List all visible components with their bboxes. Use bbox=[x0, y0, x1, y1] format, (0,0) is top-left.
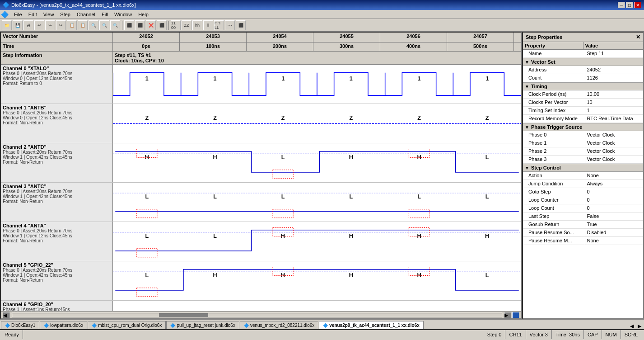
property-col-header: Property bbox=[523, 42, 583, 49]
svg-rect-21 bbox=[273, 170, 293, 179]
tab-1[interactable]: 🔷lowpattern.dio6x bbox=[40, 321, 87, 329]
tab-5[interactable]: 🔷venus2p0_tk_ac44_scantest_1_1 xx.dio6x bbox=[319, 321, 424, 329]
channel-row-3: Channel 3 "ANTC"Phase 0 | Assert:20ns Re… bbox=[1, 183, 521, 222]
menu-step[interactable]: Step bbox=[57, 11, 73, 18]
channel-label-5: Channel 5 "GPIO_22"Phase 0 | Assert:20ns… bbox=[1, 261, 113, 300]
tab-icon-3: 🔷 bbox=[170, 323, 175, 328]
waveform-area: Vector Number 24052240532405424055240562… bbox=[0, 32, 522, 319]
svg-text:Z: Z bbox=[417, 115, 421, 121]
svg-text:Z: Z bbox=[281, 115, 285, 121]
step-properties-header: Step Properties ✕ bbox=[523, 33, 643, 42]
svg-text:H: H bbox=[213, 272, 217, 279]
svg-text:L: L bbox=[145, 272, 149, 279]
tab-label-5: venus2p0_tk_ac44_scantest_1_1 xx.dio6x bbox=[329, 323, 420, 328]
toolbar-btn-20[interactable]: ll bbox=[203, 20, 213, 30]
toolbar-btn-15[interactable]: ⬛ bbox=[157, 20, 167, 30]
maximize-button[interactable]: □ bbox=[626, 2, 633, 8]
channel-row-5: Channel 5 "GPIO_22"Phase 0 | Assert:20ns… bbox=[1, 261, 521, 301]
sp-prop-3-8: Pause Resume M... bbox=[523, 237, 585, 245]
toolbar-btn-14[interactable]: ❌ bbox=[146, 20, 156, 30]
sp-row-2-0: Phase 0 Vector Clock bbox=[523, 131, 643, 139]
menu-edit[interactable]: Edit bbox=[26, 11, 40, 18]
menu-file[interactable]: File bbox=[11, 11, 25, 18]
status-scrl: SCRL bbox=[621, 330, 641, 339]
svg-rect-40 bbox=[137, 249, 157, 257]
tab-label-0: Dio6xEasy1 bbox=[11, 323, 35, 328]
svg-text:H: H bbox=[417, 272, 421, 279]
horizontal-scrollbar[interactable]: ◀ ▶ bbox=[1, 311, 521, 318]
step-properties-panel: Step Properties ✕ Property Value Name St… bbox=[522, 32, 644, 319]
minimize-button[interactable]: ─ bbox=[618, 2, 625, 8]
toolbar-btn-1[interactable]: 💾 bbox=[13, 20, 23, 30]
vector-num-3: 24055 bbox=[313, 33, 380, 42]
toolbar-btn-7[interactable]: 📋 bbox=[78, 20, 88, 30]
toolbar-btn-18[interactable]: ZZ bbox=[182, 20, 191, 30]
tab-3[interactable]: 🔷pull_up_jtag_reset junk.dio6x bbox=[166, 321, 239, 329]
toolbar-btn-22[interactable]: ~~ bbox=[225, 20, 235, 30]
sp-row-3-2: Goto Step 0 bbox=[523, 188, 643, 196]
svg-text:Z: Z bbox=[349, 115, 353, 121]
scroll-right-btn[interactable]: ▶ bbox=[504, 312, 511, 318]
scroll-thumb[interactable] bbox=[159, 313, 208, 317]
sp-row-1-1: Clocks Per Vector 10 bbox=[523, 99, 643, 107]
section-toggle-1: ▼ bbox=[525, 84, 529, 89]
tab-icon-1: 🔷 bbox=[44, 323, 49, 328]
toolbar-btn-3[interactable]: ↩ bbox=[34, 20, 44, 30]
tab-nav-right[interactable]: ▶ bbox=[636, 323, 643, 329]
svg-text:L: L bbox=[281, 194, 285, 200]
toolbar-btn-10[interactable]: 🔍 bbox=[110, 20, 120, 30]
sp-val-3-3: 0 bbox=[585, 196, 644, 204]
svg-text:Z: Z bbox=[213, 115, 217, 121]
sp-val-2-1: Vector Clock bbox=[585, 139, 644, 147]
tab-icon-5: 🔷 bbox=[323, 323, 328, 328]
toolbar-btn-23[interactable]: ⬛ bbox=[236, 20, 246, 30]
tab-0[interactable]: 🔷Dio6xEasy1 bbox=[1, 321, 39, 329]
toolbar-btn-8[interactable]: 🔍 bbox=[89, 20, 98, 30]
toolbar-btn-9[interactable]: 🔍 bbox=[99, 20, 109, 30]
close-button[interactable]: ✕ bbox=[634, 2, 641, 8]
toolbar-btn-17[interactable]: 11 00 bbox=[171, 20, 181, 30]
step-properties-close[interactable]: ✕ bbox=[636, 34, 640, 40]
sp-prop-3-6: Gosub Return bbox=[523, 221, 585, 228]
sp-prop-0-0: Address bbox=[523, 66, 585, 74]
menu-window[interactable]: Window bbox=[112, 11, 135, 18]
sp-val-3-5: False bbox=[585, 212, 644, 220]
menu-view[interactable]: View bbox=[41, 11, 57, 18]
toolbar-btn-6[interactable]: 📋 bbox=[67, 20, 77, 30]
channel-row-1: Channel 1 "ANTB"Phase 0 | Assert:20ns Re… bbox=[1, 104, 521, 143]
tab-4[interactable]: 🔷venus_mbox_rd2_082211.dio6x bbox=[240, 321, 318, 329]
sp-section-0[interactable]: ▼Vector Set bbox=[523, 58, 643, 66]
menu-help[interactable]: Help bbox=[135, 11, 151, 18]
toolbar-btn-21[interactable]: HH LL bbox=[214, 20, 224, 30]
status-time: Time: 30ns bbox=[552, 330, 584, 339]
svg-text:1: 1 bbox=[485, 76, 489, 82]
sp-section-2[interactable]: ▼Phase Trigger Source bbox=[523, 123, 643, 131]
svg-text:1: 1 bbox=[417, 76, 420, 82]
toolbar-btn-13[interactable]: ⬛ bbox=[135, 20, 145, 30]
menu-channel[interactable]: Channel bbox=[74, 11, 98, 18]
sp-prop-3-0: Action bbox=[523, 172, 585, 179]
sp-row-1-3: Record Memory Mode RTC Real-Time Data bbox=[523, 115, 643, 123]
scroll-left-btn[interactable]: ◀ bbox=[3, 312, 10, 318]
tab-2[interactable]: 🔷mbist_cpu_rom_dual Orig.dio6x bbox=[88, 321, 166, 329]
toolbar-btn-4[interactable]: ↪ bbox=[45, 20, 55, 30]
menu-fill[interactable]: Fill bbox=[99, 11, 111, 18]
sp-section-1[interactable]: ▼Timing bbox=[523, 82, 643, 90]
svg-text:H: H bbox=[281, 233, 285, 239]
tab-nav-left[interactable]: ◀ bbox=[628, 323, 635, 329]
svg-text:Z: Z bbox=[145, 115, 149, 121]
toolbar-btn-19[interactable]: hh bbox=[192, 20, 202, 30]
sp-row-2-2: Phase 2 Vector Clock bbox=[523, 147, 643, 156]
sp-section-3[interactable]: ▼Step Control bbox=[523, 164, 643, 172]
toolbar-btn-2[interactable]: 🖨 bbox=[23, 20, 33, 30]
toolbar-btn-5[interactable]: ✂ bbox=[56, 20, 66, 30]
channel-label-2: Channel 2 "ANTD"Phase 0 | Assert:20ns Re… bbox=[1, 143, 113, 182]
name-prop: Name bbox=[523, 50, 585, 57]
toolbar-btn-12[interactable]: ⬛ bbox=[124, 20, 134, 30]
section-toggle-3: ▼ bbox=[525, 165, 529, 170]
svg-text:H: H bbox=[349, 272, 353, 279]
sp-val-1-1: 10 bbox=[585, 99, 644, 106]
window-controls[interactable]: ─ □ ✕ bbox=[618, 2, 641, 8]
toolbar-btn-0[interactable]: 📁 bbox=[2, 20, 12, 30]
section-toggle-0: ▼ bbox=[525, 60, 529, 65]
